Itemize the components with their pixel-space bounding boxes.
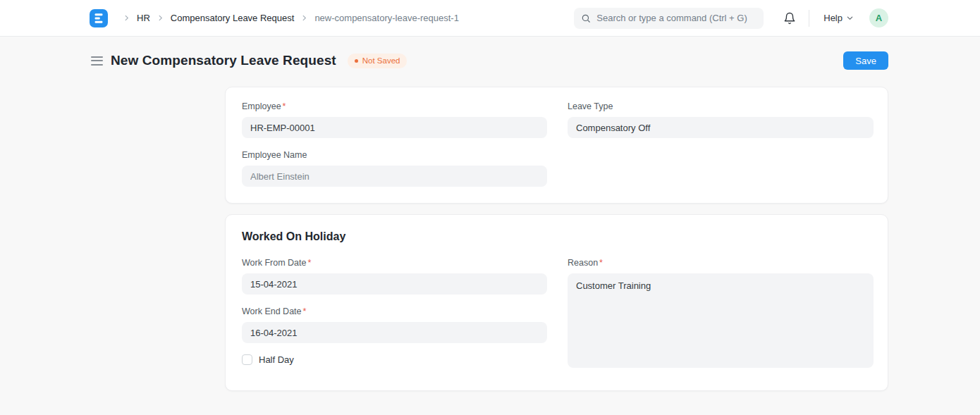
page-head: New Compensatory Leave Request Not Saved… bbox=[90, 51, 888, 70]
chevron-right-icon bbox=[123, 14, 130, 22]
required-marker: * bbox=[303, 306, 307, 316]
required-marker: * bbox=[599, 258, 603, 268]
section-title: Worked On Holiday bbox=[242, 230, 872, 243]
field-label-employee: Employee bbox=[242, 101, 281, 111]
breadcrumb-item-current: new-compensatory-leave-request-1 bbox=[314, 13, 458, 23]
app-logo-icon[interactable] bbox=[90, 9, 108, 27]
save-button[interactable]: Save bbox=[843, 51, 888, 70]
global-search[interactable] bbox=[574, 8, 764, 29]
field-work-from-date: Work From Date* bbox=[242, 258, 547, 295]
search-icon bbox=[581, 13, 591, 23]
half-day-checkbox[interactable] bbox=[242, 354, 252, 365]
field-reason: Reason* Customer Training bbox=[568, 258, 874, 371]
reason-textarea[interactable]: Customer Training bbox=[568, 273, 874, 368]
breadcrumb-item-hr[interactable]: HR bbox=[137, 13, 150, 23]
chevron-right-icon bbox=[300, 14, 308, 22]
field-leave-type: Leave Type bbox=[568, 101, 874, 138]
navbar: HR Compensatory Leave Request new-compen… bbox=[0, 0, 980, 37]
field-employee-name: Employee Name bbox=[242, 150, 547, 187]
status-badge-label: Not Saved bbox=[362, 56, 400, 65]
field-employee: Employee* bbox=[242, 101, 547, 138]
form-section-details: Employee* Employee Name Leave Ty bbox=[225, 87, 888, 204]
employee-name-input[interactable] bbox=[242, 166, 547, 187]
required-marker: * bbox=[283, 101, 286, 111]
page-content: New Compensatory Leave Request Not Saved… bbox=[0, 37, 980, 391]
field-label-work-end-date: Work End Date bbox=[242, 306, 302, 316]
field-label-reason: Reason bbox=[568, 258, 598, 268]
half-day-label: Half Day bbox=[259, 354, 294, 365]
avatar[interactable]: A bbox=[869, 8, 888, 27]
field-work-end-date: Work End Date* bbox=[242, 306, 547, 343]
help-dropdown[interactable]: Help bbox=[819, 10, 858, 26]
work-from-date-input[interactable] bbox=[242, 273, 547, 295]
work-end-date-input[interactable] bbox=[242, 322, 547, 343]
field-label-leave-type: Leave Type bbox=[568, 101, 613, 111]
status-badge: Not Saved bbox=[348, 54, 408, 68]
required-marker: * bbox=[307, 258, 311, 268]
leave-type-input[interactable] bbox=[568, 117, 874, 138]
employee-input[interactable] bbox=[242, 117, 547, 138]
breadcrumb-item-doctype[interactable]: Compensatory Leave Request bbox=[171, 13, 295, 23]
navbar-divider bbox=[809, 10, 809, 27]
chevron-down-icon bbox=[846, 14, 854, 22]
status-dot-icon bbox=[355, 59, 358, 63]
search-input[interactable] bbox=[596, 13, 757, 23]
chevron-right-icon bbox=[157, 14, 164, 22]
sidebar-toggle-icon[interactable] bbox=[90, 54, 104, 68]
page-title: New Compensatory Leave Request bbox=[111, 53, 336, 68]
field-label-work-from-date: Work From Date bbox=[242, 258, 306, 268]
field-half-day[interactable]: Half Day bbox=[242, 354, 547, 365]
field-label-employee-name: Employee Name bbox=[242, 150, 307, 160]
form-section-worked-on-holiday: Worked On Holiday Work From Date* Work E… bbox=[225, 214, 888, 391]
breadcrumb: HR Compensatory Leave Request new-compen… bbox=[116, 13, 459, 23]
help-label: Help bbox=[823, 13, 843, 23]
notifications-bell-icon[interactable] bbox=[783, 12, 796, 25]
form-column: Employee* Employee Name Leave Ty bbox=[225, 87, 888, 391]
